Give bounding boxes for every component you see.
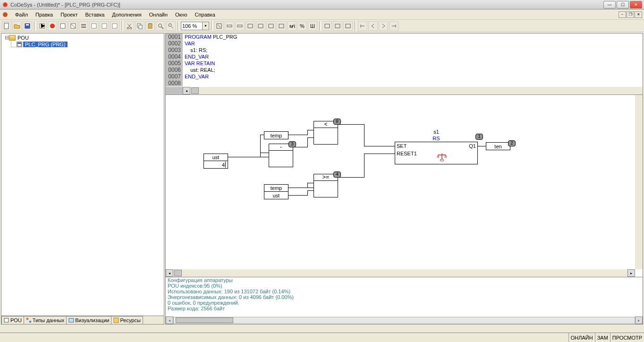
menu-help[interactable]: Справка xyxy=(191,11,219,18)
svg-rect-21 xyxy=(148,24,152,28)
menu-online[interactable]: Онлайн xyxy=(145,11,171,18)
cfc-jump-button[interactable] xyxy=(256,21,265,31)
tab-resources[interactable]: Ресурсы xyxy=(111,316,143,324)
cfc-set-button[interactable] xyxy=(333,21,342,31)
window-title: CoDeSys - (Untitled)* - [PLC_PRG (PRG-CF… xyxy=(10,2,603,8)
tab-types[interactable]: Типы данных xyxy=(24,316,67,324)
svg-rect-9 xyxy=(60,24,65,28)
zoom-control[interactable]: ▼ xyxy=(181,22,209,30)
svg-rect-27 xyxy=(227,25,232,27)
diagram-vscrollbar[interactable] xyxy=(635,95,643,269)
svg-point-2 xyxy=(3,12,8,17)
find-next-button[interactable] xyxy=(166,21,176,31)
app-icon xyxy=(2,1,8,8)
svg-text:м⁄с: м⁄с xyxy=(289,23,295,29)
zoom-input[interactable] xyxy=(181,22,203,30)
main-area: ⊟ POU PLC_PRG (PRG) POU Типы данных Визу… xyxy=(0,32,644,325)
cfc-input-button[interactable] xyxy=(225,21,234,31)
folder-icon xyxy=(9,35,16,41)
svg-rect-32 xyxy=(279,24,284,28)
login-button[interactable] xyxy=(58,21,68,31)
tree-area[interactable]: ⊟ POU PLC_PRG (PRG) xyxy=(1,34,164,316)
open-button[interactable] xyxy=(12,21,22,31)
minimize-button[interactable]: — xyxy=(603,1,616,9)
cfc-input-ust[interactable]: ust 4 xyxy=(203,154,228,169)
tb-btn-1[interactable] xyxy=(79,21,88,31)
paste-button[interactable] xyxy=(145,21,155,31)
cfc-comment-button[interactable]: м⁄с xyxy=(287,21,297,31)
stop-button[interactable] xyxy=(48,21,57,31)
save-button[interactable] xyxy=(23,21,32,31)
cfc-return-button[interactable] xyxy=(277,21,286,31)
order-last-button[interactable] xyxy=(389,21,398,31)
cfc-order-1: 1 xyxy=(475,134,483,140)
cfc-input-temp1[interactable]: temp xyxy=(264,131,288,139)
cfc-output-ten[interactable]: ten xyxy=(486,142,510,150)
svg-rect-20 xyxy=(139,25,142,29)
cfc-inpin-button[interactable]: % xyxy=(297,21,307,31)
cfc-box-button[interactable] xyxy=(246,21,255,31)
menu-edit[interactable]: Правка xyxy=(32,11,57,18)
cfc-label-button[interactable] xyxy=(266,21,276,31)
maximize-button[interactable]: ☐ xyxy=(617,1,629,9)
svg-rect-28 xyxy=(237,25,242,27)
menu-file[interactable]: Файл xyxy=(11,11,32,18)
new-button[interactable] xyxy=(2,21,11,31)
menu-window[interactable]: Окно xyxy=(171,11,191,18)
message-hscrollbar[interactable]: ◂ ▸ xyxy=(166,316,643,324)
cfc-input-temp2[interactable]: temp ust xyxy=(264,184,288,199)
tb-btn-2[interactable] xyxy=(89,21,99,31)
svg-rect-38 xyxy=(346,24,350,28)
svg-point-8 xyxy=(50,24,55,28)
tb-btn-4[interactable] xyxy=(110,21,119,31)
mdi-close-button[interactable]: ✕ xyxy=(635,11,642,18)
menu-insert[interactable]: Вставка xyxy=(81,11,108,18)
cfc-output-button[interactable] xyxy=(235,21,245,31)
svg-rect-44 xyxy=(69,318,74,322)
svg-rect-41 xyxy=(4,318,8,322)
tab-visualizations[interactable]: Визуализации xyxy=(66,316,111,324)
close-button[interactable]: ✕ xyxy=(630,1,642,9)
left-tab-strip: POU Типы данных Визуализации Ресурсы xyxy=(1,316,164,324)
menu-project[interactable]: Проект xyxy=(57,11,81,18)
svg-rect-40 xyxy=(17,43,21,44)
message-panel[interactable]: Конфигурация аппаратуры POU индексов:95 … xyxy=(165,277,643,325)
tree-root-label: POU xyxy=(17,35,29,41)
tree-root[interactable]: ⊟ POU xyxy=(1,34,164,42)
order-next-button[interactable] xyxy=(379,21,388,31)
svg-rect-36 xyxy=(325,24,330,28)
code-hscrollbar[interactable]: ◂ xyxy=(166,87,643,94)
svg-rect-16 xyxy=(112,24,117,28)
tab-pou[interactable]: POU xyxy=(1,316,24,324)
diagram-hscrollbar[interactable]: ◂ ▸ xyxy=(166,269,635,277)
cfc-en-button[interactable] xyxy=(343,21,353,31)
cfc-diagram[interactable]: ust 4 temp temp ust - 3 xyxy=(165,95,643,277)
order-prev-button[interactable] xyxy=(368,21,378,31)
copy-button[interactable] xyxy=(135,21,144,31)
cfc-outpin-button[interactable]: Ш xyxy=(308,21,317,31)
cfc-fb-rs[interactable]: s1RS SET RESET1 Q1 xyxy=(395,142,478,164)
logout-button[interactable] xyxy=(68,21,78,31)
mdi-restore-button[interactable]: ❐ xyxy=(627,11,634,18)
toolbar: ⯈ ▼ м⁄с % Ш xyxy=(0,20,644,32)
code-editor[interactable]: 0001PROGRAM PLC_PRG 0002VAR 0003 s1: RS;… xyxy=(165,33,643,95)
mdi-minimize-button[interactable]: − xyxy=(619,11,626,18)
tb-btn-3[interactable] xyxy=(100,21,109,31)
tree-item-plcprg[interactable]: PLC_PRG (PRG) xyxy=(11,42,164,47)
zoom-dropdown-button[interactable]: ▼ xyxy=(203,22,209,30)
project-tree-panel: ⊟ POU PLC_PRG (PRG) POU Типы данных Визу… xyxy=(1,33,164,325)
svg-text:%: % xyxy=(300,23,305,29)
order-first-button[interactable] xyxy=(358,21,367,31)
svg-rect-31 xyxy=(269,24,273,28)
cfc-order-2: 2 xyxy=(508,140,516,146)
svg-rect-29 xyxy=(248,24,253,28)
menu-extras[interactable]: Дополнения xyxy=(108,11,145,18)
cfc-neg-button[interactable] xyxy=(322,21,332,31)
run-button[interactable]: ⯈ xyxy=(37,21,47,31)
find-button[interactable] xyxy=(156,21,165,31)
svg-rect-42 xyxy=(26,318,28,320)
svg-point-25 xyxy=(169,24,171,26)
cut-button[interactable] xyxy=(125,21,134,31)
svg-rect-15 xyxy=(102,24,107,28)
cfc-arrow-button[interactable] xyxy=(214,21,224,31)
